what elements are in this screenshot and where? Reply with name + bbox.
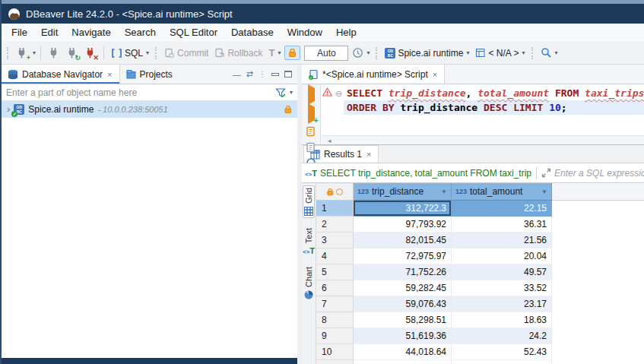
disconnect-button[interactable]: ✕ [82,46,99,61]
active-schema-select[interactable]: < N/A > ▾ [473,46,527,60]
menu-search[interactable]: Search [118,24,163,42]
menu-window[interactable]: Window [281,24,329,42]
cell-total-amount[interactable]: 33.52 [452,280,552,296]
view-menu-icon[interactable]: ⋮ [259,70,266,78]
connect-button[interactable] [46,46,62,61]
fold-collapse-icon[interactable]: ⊖ [335,89,342,98]
editor-horizontal-scrollbar[interactable]: ◂ [322,135,644,144]
chevron-right-icon[interactable]: › [7,105,10,114]
cell-trip-distance[interactable]: 97,793.92 [354,217,452,233]
connection-lock-toggle[interactable] [284,46,300,60]
tab-text[interactable]: Text <>T [302,226,316,257]
cell-trip-distance[interactable]: 59,076.43 [354,296,452,312]
close-icon[interactable]: × [106,70,113,79]
cell-total-amount[interactable]: 18.63 [452,312,552,328]
expand-icon[interactable] [541,168,551,178]
row-number[interactable]: 8 [316,312,354,328]
cell-total-amount[interactable]: 20.04 [452,248,552,264]
tree-item-connection[interactable]: › ODBC✓ Spice.ai runtime - 10.0.0.238:50… [2,101,297,118]
row-number[interactable]: 9 [316,328,354,344]
column-header-total-amount[interactable]: 123 total_amount ▼ [452,183,552,201]
cell-total-amount[interactable]: 22.15 [452,201,552,217]
cell-total-amount[interactable]: 21.56 [452,233,552,248]
table-row[interactable]: 951,619.3624.2 [316,328,644,344]
tab-grid[interactable]: Grid [303,185,315,218]
sql-expression-input[interactable]: Enter a SQL expression to [554,168,644,179]
table-row[interactable]: 858,298.5118.63 [316,312,644,328]
cell-trip-distance[interactable]: 51,619.36 [354,328,452,344]
minimize-view-icon[interactable] [271,73,279,76]
collapse-all-icon[interactable]: — [233,70,241,79]
link-editor-icon[interactable]: ⇄ [246,69,253,79]
cell-total-amount[interactable]: 36.31 [452,217,552,233]
rollback-button[interactable]: Rollback [212,46,265,60]
cell-trip-distance[interactable]: 59,282.45 [354,280,452,296]
cell-trip-distance[interactable]: 44,018.64 [354,344,452,360]
transaction-mode-button[interactable]: T ▾ [266,46,283,60]
table-row[interactable]: 571,752.2649.57 [316,264,644,280]
row-number[interactable]: 6 [316,280,354,296]
table-row[interactable]: 382,015.4521.56 [316,233,644,248]
filter-funnel-icon[interactable] [275,87,286,97]
row-number[interactable]: 7 [316,296,354,312]
cell-trip-distance[interactable]: 72,975.97 [354,248,452,264]
cell-total-amount[interactable]: 52.43 [452,344,552,360]
grid-corner-cell[interactable] [316,183,354,201]
column-header-trip-distance[interactable]: 123 trip_distance ▼ [354,183,452,201]
transaction-log-button[interactable]: ▾ [350,46,372,60]
cell-total-amount[interactable]: 23.17 [452,296,552,312]
maximize-view-icon[interactable] [284,71,292,78]
menu-database[interactable]: Database [224,24,281,42]
cell-total-amount[interactable]: 49.57 [452,264,552,280]
table-row[interactable]: 1044,018.6452.43 [316,344,644,360]
sql-line-2-current[interactable]: ORDER BY trip_distance DESC LIMIT 10; [344,100,644,115]
row-number[interactable]: 5 [316,264,354,280]
menu-file[interactable]: File [5,24,34,42]
commit-mode-select[interactable]: Auto [304,46,348,61]
transaction-caret-icon: ▾ [278,49,281,56]
execute-statement-button[interactable] [308,88,315,102]
cell-trip-distance[interactable]: 312,722.3 [354,201,452,217]
menu-navigate[interactable]: Navigate [65,24,117,42]
table-row[interactable]: 759,076.4323.17 [316,296,644,312]
reconnect-button[interactable]: ↻ [64,46,81,61]
table-row[interactable]: 659,282.4533.52 [316,280,644,296]
row-number[interactable]: 10 [316,344,354,360]
cell-trip-distance[interactable]: 71,752.26 [354,264,452,280]
table-row[interactable]: 297,793.9236.31 [316,217,644,233]
row-number[interactable]: 2 [316,217,354,233]
tab-sql-script[interactable]: ✓ *<Spice.ai runtime> Script × [302,65,445,84]
menu-help[interactable]: Help [329,24,363,42]
new-connection-button[interactable]: + [14,46,30,61]
active-connection-select[interactable]: ODBC Spice.ai runtime ▾ [382,46,471,60]
menu-sql-editor[interactable]: SQL Editor [163,24,224,42]
execute-new-tab-button[interactable]: + [308,107,315,121]
search-button[interactable]: ▾ [538,46,560,60]
new-sql-editor-button[interactable]: SQL ▾ [109,46,151,60]
sql-line-1[interactable]: SELECT trip_distance, total_amount FROM … [344,86,644,100]
close-icon[interactable]: × [366,150,372,159]
tab-chart[interactable]: Chart [303,265,314,301]
cell-trip-distance[interactable]: 82,015.45 [354,233,452,248]
cell-total-amount[interactable]: 24.2 [452,328,552,344]
execute-script-button[interactable] [306,126,316,137]
editor-side-toolbar: + [302,84,321,144]
tab-database-navigator[interactable]: Database Navigator × [2,65,120,84]
filter-caret-icon[interactable]: ▾ [290,89,293,96]
sort-down-icon[interactable]: ▼ [441,188,447,195]
commit-button[interactable]: Commit [162,46,211,60]
close-icon[interactable]: × [432,70,438,79]
script-preview-button[interactable] [306,142,316,153]
new-connection-caret-icon[interactable]: ▾ [33,49,36,56]
table-row[interactable]: 1312,722.322.15 [316,201,644,217]
row-number[interactable]: 4 [316,248,354,264]
sort-down-icon[interactable]: ▼ [541,188,547,195]
scroll-left-icon[interactable]: ◂ [328,137,332,144]
object-filter-input[interactable]: Enter a part of object name here [6,87,137,98]
table-row[interactable]: 472,975.9720.04 [316,248,644,264]
menu-edit[interactable]: Edit [34,24,65,42]
row-number[interactable]: 1 [316,201,354,217]
cell-trip-distance[interactable]: 58,298.51 [354,312,452,328]
tab-projects[interactable]: Projects [120,65,179,84]
row-number[interactable]: 3 [316,233,354,248]
